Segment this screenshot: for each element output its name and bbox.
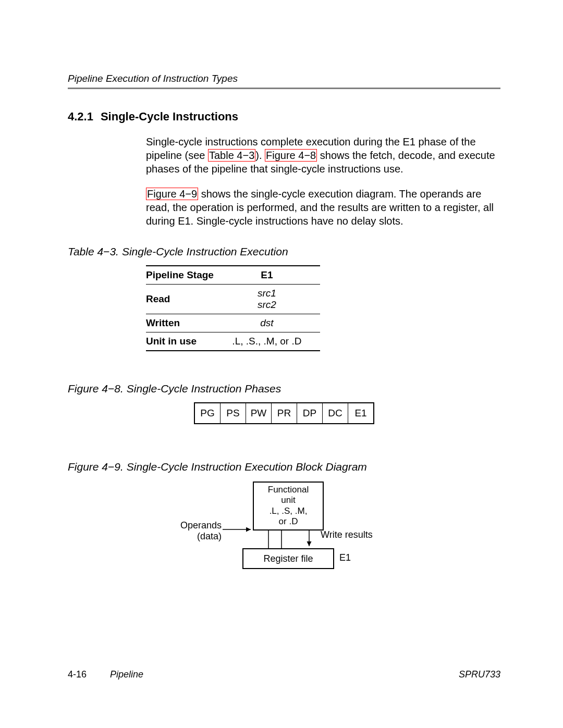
- table-4-3-caption-text: Single-Cycle Instruction Execution: [122, 245, 288, 257]
- functional-unit-box: Functional unit .L, .S, .M, or .D: [253, 482, 324, 530]
- row-read-values: src1 src2: [225, 285, 320, 314]
- page-footer: 4-16 Pipeline SPRU733: [68, 669, 500, 680]
- figure-4-9-caption: Figure 4−9.Single-Cycle Instruction Exec…: [68, 461, 500, 473]
- phase-cell: DP: [297, 403, 323, 423]
- running-head: Pipeline Execution of Instruction Types: [68, 73, 500, 84]
- paragraph-1: Single-cycle instructions complete execu…: [146, 135, 500, 176]
- funit-l4: or .D: [279, 516, 298, 526]
- phase-cell: E1: [348, 403, 373, 423]
- row-written-value: dst: [225, 314, 320, 332]
- phase-cell: DC: [323, 403, 348, 423]
- phase-cell: PW: [246, 403, 272, 423]
- funit-l3: .L, .S, .M,: [270, 506, 308, 516]
- register-file-box: Register file: [242, 548, 334, 569]
- p2-text-a: shows the single-cycle execution diagram…: [146, 188, 494, 227]
- figure-4-8-caption-text: Single-Cycle Instruction Phases: [127, 382, 281, 394]
- section-heading: 4.2.1Single-Cycle Instructions: [68, 110, 500, 124]
- operands-label: Operands (data): [169, 520, 222, 541]
- footer-doc-id: SPRU733: [459, 669, 500, 680]
- figure-4-8-caption-num: Figure 4−8.: [68, 382, 124, 394]
- table-4-3-caption-num: Table 4−3.: [68, 245, 119, 257]
- page: Pipeline Execution of Instruction Types …: [0, 0, 563, 728]
- link-table-4-3[interactable]: Table 4−3: [208, 149, 255, 162]
- figure-4-8-phases: PG PS PW PR DP DC E1: [68, 402, 500, 424]
- row-read-label: Read: [146, 285, 225, 314]
- p1-text-b: ).: [255, 150, 265, 161]
- footer-chapter: Pipeline: [110, 669, 143, 680]
- phase-cell: PR: [272, 403, 297, 423]
- table-4-3: Pipeline Stage E1 Read src1 src2 Written…: [146, 265, 320, 351]
- phase-cell: PG: [195, 403, 221, 423]
- section-number: 4.2.1: [68, 110, 93, 123]
- funit-l1: Functional: [268, 485, 309, 495]
- section-title: Single-Cycle Instructions: [101, 110, 238, 123]
- link-figure-4-9[interactable]: Figure 4−9: [146, 188, 198, 200]
- figure-4-8-caption: Figure 4−8.Single-Cycle Instruction Phas…: [68, 382, 500, 395]
- phase-cell: PS: [221, 403, 246, 423]
- figure-4-9-diagram: Functional unit .L, .S, .M, or .D Regist…: [164, 482, 404, 586]
- figure-4-9-caption-num: Figure 4−9.: [68, 461, 124, 473]
- table-4-3-caption: Table 4−3.Single-Cycle Instruction Execu…: [68, 245, 500, 258]
- row-unit-label: Unit in use: [146, 332, 225, 351]
- footer-left: 4-16 Pipeline: [68, 669, 143, 680]
- e1-label: E1: [339, 552, 351, 563]
- operands-l1: Operands: [180, 520, 222, 530]
- th-e1: E1: [225, 266, 320, 285]
- paragraph-2: Figure 4−9 shows the single-cycle execut…: [146, 187, 500, 228]
- row-read-src1: src1: [258, 288, 276, 299]
- th-pipeline-stage: Pipeline Stage: [146, 266, 225, 285]
- link-figure-4-8[interactable]: Figure 4−8: [265, 149, 317, 162]
- row-read-src2: src2: [258, 299, 276, 310]
- figure-4-9-caption-text: Single-Cycle Instruction Execution Block…: [127, 461, 367, 473]
- phases-row: PG PS PW PR DP DC E1: [194, 402, 374, 424]
- funit-l2: unit: [281, 495, 295, 505]
- header-rule: [68, 88, 500, 89]
- row-written-label: Written: [146, 314, 225, 332]
- row-unit-value: .L, .S., .M, or .D: [225, 332, 320, 351]
- write-results-label: Write results: [321, 529, 373, 540]
- operands-l2: (data): [197, 531, 222, 541]
- footer-page-number: 4-16: [68, 669, 87, 680]
